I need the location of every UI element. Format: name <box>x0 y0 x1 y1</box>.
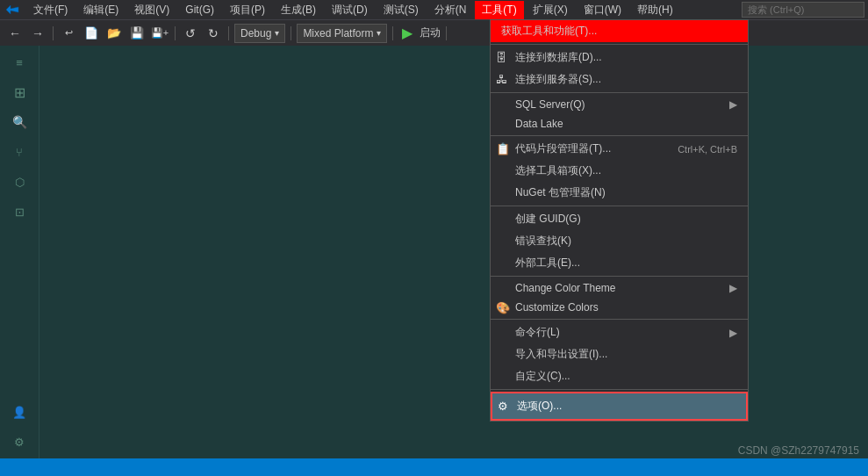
separator-5 <box>392 26 393 40</box>
cmd-line-arrow: ▶ <box>729 327 737 339</box>
sep-1 <box>491 92 748 93</box>
menu-item-ext-tools[interactable]: 外部工具(E)... <box>491 252 748 274</box>
open-button[interactable]: 📂 <box>104 24 124 43</box>
menu-item-connect-db[interactable]: 🗄 连接到数据库(D)... <box>491 47 748 69</box>
debug-dropdown-arrow: ▾ <box>275 28 279 38</box>
platform-dropdown-arrow: ▾ <box>377 28 381 38</box>
start-button[interactable]: ▶ <box>398 25 416 41</box>
status-bar <box>0 458 868 476</box>
separator-3 <box>228 26 229 40</box>
menu-edit[interactable]: 编辑(E) <box>76 1 126 19</box>
platform-dropdown[interactable]: Mixed Platform ▾ <box>297 24 387 43</box>
menu-tools[interactable]: 工具(T) <box>475 1 523 19</box>
customize-colors-label: Customize Colors <box>515 301 599 314</box>
sidebar-icon-account[interactable]: 👤 <box>4 400 35 423</box>
separator-1 <box>53 26 54 40</box>
menu-item-cmd-line[interactable]: 命令行(L) ▶ <box>491 321 748 343</box>
watermark: CSDN @SZh2279747915 <box>738 444 859 457</box>
ext-tools-label: 外部工具(E)... <box>515 256 580 270</box>
menu-item-customize[interactable]: 自定义(C)... <box>491 365 748 387</box>
connect-db-icon: 🗄 <box>496 51 507 64</box>
connect-server-label: 连接到服务器(S)... <box>515 72 601 87</box>
start-label: 启动 <box>420 25 441 40</box>
cmd-line-label: 命令行(L) <box>515 325 560 340</box>
sidebar-icon-git[interactable]: ⑂ <box>4 141 35 163</box>
sep-4 <box>491 276 748 277</box>
menu-item-code-snippet[interactable]: 📋 代码片段管理器(T)... Ctrl+K, Ctrl+B <box>491 138 748 160</box>
separator-2 <box>175 26 176 40</box>
sidebar-icon-search[interactable]: 🔍 <box>4 111 35 133</box>
tools-dropdown-menu: 获取工具和功能(T)... 🗄 连接到数据库(D)... 🖧 连接到服务器(S)… <box>490 19 749 422</box>
connect-server-icon: 🖧 <box>496 73 507 86</box>
undo2-button[interactable]: ↺ <box>181 24 200 43</box>
new-button[interactable]: 📄 <box>82 24 101 43</box>
redo-button[interactable]: ↻ <box>204 24 223 43</box>
undo-button[interactable]: ↩ <box>59 24 78 43</box>
tools-func-label: 获取工具和功能(T)... <box>501 24 597 39</box>
error-find-label: 错误查找(K) <box>515 234 571 249</box>
sidebar-icon-settings[interactable]: ⚙ <box>4 430 35 453</box>
options-label: 选项(O)... <box>517 399 562 414</box>
menu-item-color-theme[interactable]: Change Color Theme ▶ <box>491 278 748 298</box>
sql-server-arrow: ▶ <box>729 98 737 111</box>
menu-item-sql-server[interactable]: SQL Server(Q) ▶ <box>491 95 748 114</box>
sep-6 <box>491 389 748 390</box>
debug-label: Debug <box>240 27 271 40</box>
menu-test[interactable]: 测试(S) <box>377 1 426 19</box>
menu-item-nuget[interactable]: NuGet 包管理器(N) <box>491 182 748 204</box>
connect-db-label: 连接到数据库(D)... <box>515 50 602 65</box>
menu-help[interactable]: 帮助(H) <box>630 1 680 19</box>
menu-view[interactable]: 视图(V) <box>127 1 176 19</box>
forward-button[interactable]: → <box>28 24 47 43</box>
app-logo <box>4 1 21 18</box>
menu-item-data-lake[interactable]: Data Lake <box>491 114 748 133</box>
platform-label: Mixed Platform <box>303 27 373 40</box>
menu-build[interactable]: 生成(B) <box>274 1 323 19</box>
menu-analyze[interactable]: 分析(N <box>427 1 474 19</box>
nuget-label: NuGet 包管理器(N) <box>515 185 606 200</box>
sep-5 <box>491 319 748 320</box>
code-snippet-label: 代码片段管理器(T)... <box>515 141 611 156</box>
sidebar-icon-debug2[interactable]: ⬡ <box>4 170 35 193</box>
sep-0 <box>491 44 748 45</box>
sep-2 <box>491 135 748 136</box>
menu-git[interactable]: Git(G) <box>178 2 221 18</box>
import-export-label: 导入和导出设置(I)... <box>515 347 607 362</box>
menu-item-customize-colors[interactable]: 🎨 Customize Colors <box>491 298 748 317</box>
color-theme-arrow: ▶ <box>729 282 737 294</box>
menu-project[interactable]: 项目(P) <box>223 1 272 19</box>
sql-server-label: SQL Server(Q) <box>515 98 585 111</box>
select-toolbox-label: 选择工具箱项(X)... <box>515 163 601 178</box>
code-snippet-shortcut: Ctrl+K, Ctrl+B <box>678 144 737 155</box>
menu-debug[interactable]: 调试(D) <box>325 1 375 19</box>
customize-label: 自定义(C)... <box>515 369 570 384</box>
separator-6 <box>446 26 447 40</box>
menu-window[interactable]: 窗口(W) <box>577 1 628 19</box>
save-button[interactable]: 💾 <box>127 24 147 43</box>
menu-item-select-toolbox[interactable]: 选择工具箱项(X)... <box>491 160 748 182</box>
left-sidebar: ≡ ⊞ 🔍 ⑂ ⬡ ⊡ 👤 ⚙ <box>0 46 39 458</box>
sidebar-icon-extensions[interactable]: ⊡ <box>4 200 35 223</box>
menu-file[interactable]: 文件(F) <box>26 1 75 19</box>
menu-item-tools-func[interactable]: 获取工具和功能(T)... <box>491 20 748 42</box>
color-theme-label: Change Color Theme <box>515 282 616 294</box>
menu-extend[interactable]: 扩展(X) <box>526 1 575 19</box>
menu-item-options[interactable]: ⚙ 选项(O)... <box>491 392 748 421</box>
menu-item-error-find[interactable]: 错误查找(K) <box>491 230 748 252</box>
menu-item-create-guid[interactable]: 创建 GUID(G) <box>491 208 748 230</box>
back-button[interactable]: ← <box>5 24 25 43</box>
menu-item-import-export[interactable]: 导入和导出设置(I)... <box>491 343 748 365</box>
menu-item-connect-server[interactable]: 🖧 连接到服务器(S)... <box>491 69 748 90</box>
sep-3 <box>491 206 748 206</box>
customize-colors-icon: 🎨 <box>496 301 510 314</box>
separator-4 <box>291 26 291 40</box>
debug-dropdown[interactable]: Debug ▾ <box>234 24 285 43</box>
save-all-button[interactable]: 💾+ <box>150 24 169 43</box>
data-lake-label: Data Lake <box>515 118 563 130</box>
search-input[interactable] <box>742 2 864 18</box>
sidebar-icon-explorer[interactable]: ⊞ <box>4 81 35 104</box>
create-guid-label: 创建 GUID(G) <box>515 212 581 227</box>
menu-bar: 文件(F) 编辑(E) 视图(V) Git(G) 项目(P) 生成(B) 调试(… <box>0 0 868 19</box>
sidebar-icon-menu[interactable]: ≡ <box>4 51 35 74</box>
options-icon: ⚙ <box>498 400 508 413</box>
